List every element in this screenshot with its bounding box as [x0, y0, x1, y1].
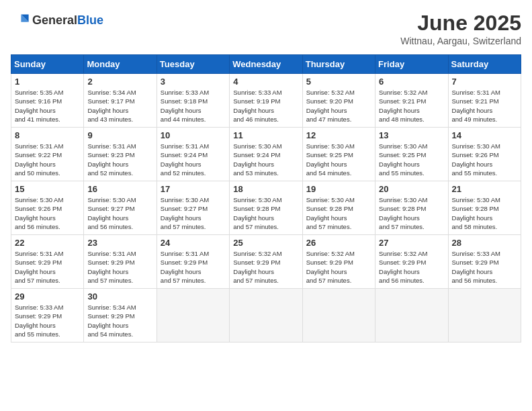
calendar-subtitle: Wittnau, Aargau, Switzerland: [400, 36, 521, 46]
day-info: Sunrise: 5:33 AM Sunset: 9:19 PM Dayligh…: [233, 88, 298, 124]
day-number: 30: [87, 291, 152, 302]
table-cell: 11 Sunrise: 5:30 AM Sunset: 9:24 PM Dayl…: [230, 128, 302, 181]
day-number: 19: [306, 184, 371, 194]
table-cell: 2 Sunrise: 5:34 AM Sunset: 9:17 PM Dayli…: [84, 74, 157, 128]
day-number: 2: [87, 77, 152, 87]
day-info: Sunrise: 5:30 AM Sunset: 9:26 PM Dayligh…: [452, 142, 517, 177]
header-saturday: Saturday: [448, 55, 521, 74]
day-number: 1: [15, 77, 80, 87]
table-cell: 25 Sunrise: 5:32 AM Sunset: 9:29 PM Dayl…: [230, 235, 302, 289]
day-number: 15: [15, 184, 80, 194]
day-number: 17: [161, 184, 226, 194]
day-info: Sunrise: 5:32 AM Sunset: 9:29 PM Dayligh…: [306, 249, 371, 285]
table-cell: 7 Sunrise: 5:31 AM Sunset: 9:21 PM Dayli…: [448, 74, 521, 128]
day-info: Sunrise: 5:34 AM Sunset: 9:17 PM Dayligh…: [87, 88, 152, 124]
table-cell: 6 Sunrise: 5:32 AM Sunset: 9:21 PM Dayli…: [375, 74, 448, 128]
table-cell: 19 Sunrise: 5:30 AM Sunset: 9:28 PM Dayl…: [302, 181, 375, 235]
table-cell: 26 Sunrise: 5:32 AM Sunset: 9:29 PM Dayl…: [302, 235, 375, 289]
day-info: Sunrise: 5:30 AM Sunset: 9:27 PM Dayligh…: [161, 195, 226, 231]
table-cell: 1 Sunrise: 5:35 AM Sunset: 9:16 PM Dayli…: [11, 74, 84, 128]
header: GeneralBlue June 2025 Wittnau, Aargau, S…: [11, 11, 521, 46]
table-cell: [157, 289, 229, 342]
day-info: Sunrise: 5:30 AM Sunset: 9:26 PM Dayligh…: [15, 195, 80, 231]
header-friday: Friday: [375, 55, 448, 74]
table-cell: 24 Sunrise: 5:31 AM Sunset: 9:29 PM Dayl…: [157, 235, 229, 289]
day-number: 14: [452, 130, 517, 140]
header-tuesday: Tuesday: [157, 55, 229, 74]
day-info: Sunrise: 5:30 AM Sunset: 9:28 PM Dayligh…: [233, 195, 298, 231]
table-cell: 29 Sunrise: 5:33 AM Sunset: 9:29 PM Dayl…: [11, 289, 84, 342]
title-area: June 2025 Wittnau, Aargau, Switzerland: [400, 11, 521, 46]
table-cell: 9 Sunrise: 5:31 AM Sunset: 9:23 PM Dayli…: [84, 128, 157, 181]
calendar-table: Sunday Monday Tuesday Wednesday Thursday…: [11, 54, 521, 342]
header-monday: Monday: [84, 55, 157, 74]
calendar-week-row: 8 Sunrise: 5:31 AM Sunset: 9:22 PM Dayli…: [11, 128, 521, 181]
table-cell: 23 Sunrise: 5:31 AM Sunset: 9:29 PM Dayl…: [84, 235, 157, 289]
calendar-title: June 2025: [400, 11, 521, 36]
table-cell: 13 Sunrise: 5:30 AM Sunset: 9:25 PM Dayl…: [375, 128, 448, 181]
logo-text: GeneralBlue: [32, 13, 103, 28]
table-cell: [448, 289, 521, 342]
day-number: 13: [379, 130, 444, 140]
day-number: 25: [233, 238, 298, 248]
table-cell: 5 Sunrise: 5:32 AM Sunset: 9:20 PM Dayli…: [302, 74, 375, 128]
day-info: Sunrise: 5:31 AM Sunset: 9:29 PM Dayligh…: [15, 249, 80, 285]
logo-blue: Blue: [77, 13, 103, 27]
table-cell: 10 Sunrise: 5:31 AM Sunset: 9:24 PM Dayl…: [157, 128, 229, 181]
day-info: Sunrise: 5:32 AM Sunset: 9:21 PM Dayligh…: [379, 88, 444, 124]
day-number: 7: [452, 77, 517, 87]
day-number: 22: [15, 238, 80, 248]
day-info: Sunrise: 5:32 AM Sunset: 9:20 PM Dayligh…: [306, 88, 371, 124]
day-info: Sunrise: 5:30 AM Sunset: 9:25 PM Dayligh…: [306, 142, 371, 177]
table-cell: 27 Sunrise: 5:32 AM Sunset: 9:29 PM Dayl…: [375, 235, 448, 289]
weekday-header-row: Sunday Monday Tuesday Wednesday Thursday…: [11, 55, 521, 74]
day-number: 12: [306, 130, 371, 140]
day-info: Sunrise: 5:30 AM Sunset: 9:25 PM Dayligh…: [379, 142, 444, 177]
day-number: 9: [87, 130, 152, 140]
day-number: 4: [233, 77, 298, 87]
day-info: Sunrise: 5:31 AM Sunset: 9:21 PM Dayligh…: [452, 88, 517, 124]
day-info: Sunrise: 5:35 AM Sunset: 9:16 PM Dayligh…: [15, 88, 80, 124]
calendar-week-row: 15 Sunrise: 5:30 AM Sunset: 9:26 PM Dayl…: [11, 181, 521, 235]
table-cell: 8 Sunrise: 5:31 AM Sunset: 9:22 PM Dayli…: [11, 128, 84, 181]
day-number: 20: [379, 184, 444, 194]
logo: GeneralBlue: [11, 11, 103, 30]
day-info: Sunrise: 5:31 AM Sunset: 9:29 PM Dayligh…: [87, 249, 152, 285]
calendar-week-row: 22 Sunrise: 5:31 AM Sunset: 9:29 PM Dayl…: [11, 235, 521, 289]
day-number: 11: [233, 130, 298, 140]
day-number: 29: [15, 291, 80, 302]
day-number: 21: [452, 184, 517, 194]
table-cell: 17 Sunrise: 5:30 AM Sunset: 9:27 PM Dayl…: [157, 181, 229, 235]
day-info: Sunrise: 5:30 AM Sunset: 9:28 PM Dayligh…: [452, 195, 517, 231]
table-cell: 12 Sunrise: 5:30 AM Sunset: 9:25 PM Dayl…: [302, 128, 375, 181]
table-cell: 3 Sunrise: 5:33 AM Sunset: 9:18 PM Dayli…: [157, 74, 229, 128]
day-info: Sunrise: 5:33 AM Sunset: 9:29 PM Dayligh…: [452, 249, 517, 285]
table-cell: 18 Sunrise: 5:30 AM Sunset: 9:28 PM Dayl…: [230, 181, 302, 235]
day-info: Sunrise: 5:30 AM Sunset: 9:28 PM Dayligh…: [379, 195, 444, 231]
table-cell: 4 Sunrise: 5:33 AM Sunset: 9:19 PM Dayli…: [230, 74, 302, 128]
day-number: 27: [379, 238, 444, 248]
logo-general: General: [32, 13, 77, 27]
day-info: Sunrise: 5:31 AM Sunset: 9:23 PM Dayligh…: [87, 142, 152, 177]
header-sunday: Sunday: [11, 55, 84, 74]
day-info: Sunrise: 5:33 AM Sunset: 9:29 PM Dayligh…: [15, 303, 80, 338]
day-info: Sunrise: 5:34 AM Sunset: 9:29 PM Dayligh…: [87, 303, 152, 338]
calendar-week-row: 29 Sunrise: 5:33 AM Sunset: 9:29 PM Dayl…: [11, 289, 521, 342]
table-cell: 15 Sunrise: 5:30 AM Sunset: 9:26 PM Dayl…: [11, 181, 84, 235]
day-info: Sunrise: 5:31 AM Sunset: 9:24 PM Dayligh…: [161, 142, 226, 177]
day-info: Sunrise: 5:32 AM Sunset: 9:29 PM Dayligh…: [233, 249, 298, 285]
header-wednesday: Wednesday: [230, 55, 302, 74]
day-info: Sunrise: 5:33 AM Sunset: 9:18 PM Dayligh…: [161, 88, 226, 124]
day-number: 18: [233, 184, 298, 194]
day-info: Sunrise: 5:30 AM Sunset: 9:28 PM Dayligh…: [306, 195, 371, 231]
day-number: 3: [161, 77, 226, 87]
table-cell: 14 Sunrise: 5:30 AM Sunset: 9:26 PM Dayl…: [448, 128, 521, 181]
day-number: 23: [87, 238, 152, 248]
logo-icon: [11, 11, 30, 30]
day-number: 16: [87, 184, 152, 194]
day-info: Sunrise: 5:30 AM Sunset: 9:24 PM Dayligh…: [233, 142, 298, 177]
table-cell: [375, 289, 448, 342]
table-cell: 21 Sunrise: 5:30 AM Sunset: 9:28 PM Dayl…: [448, 181, 521, 235]
day-number: 6: [379, 77, 444, 87]
table-cell: 20 Sunrise: 5:30 AM Sunset: 9:28 PM Dayl…: [375, 181, 448, 235]
